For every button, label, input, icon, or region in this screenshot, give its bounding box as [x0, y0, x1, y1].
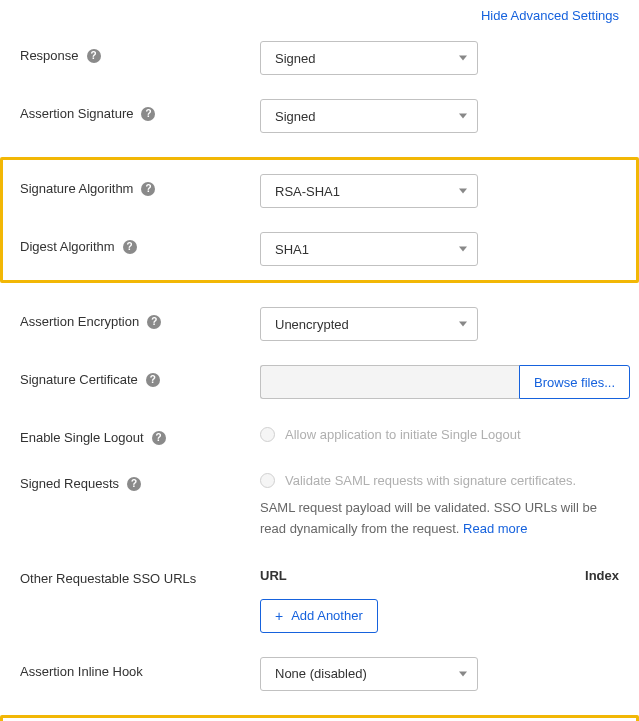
help-icon[interactable]: ? [147, 315, 161, 329]
read-more-link[interactable]: Read more [463, 521, 527, 536]
other-sso-urls-label: Other Requestable SSO URLs [20, 564, 260, 586]
digest-algorithm-label: Digest Algorithm ? [20, 232, 260, 254]
chevron-down-icon [459, 671, 467, 676]
help-icon[interactable]: ? [123, 240, 137, 254]
help-icon[interactable]: ? [127, 477, 141, 491]
checkbox-label: Validate SAML requests with signature ce… [285, 473, 576, 488]
response-select[interactable]: Signed [260, 41, 478, 75]
auth-context-highlight-box: Authentication context class ? X.509 Cer… [0, 715, 639, 721]
response-label: Response ? [20, 41, 260, 63]
digest-algorithm-row: Digest Algorithm ? SHA1 [20, 232, 619, 266]
signed-requests-helper: SAML request payload will be validated. … [260, 498, 619, 540]
assertion-inline-hook-row: Assertion Inline Hook None (disabled) [20, 657, 619, 691]
signature-algorithm-label: Signature Algorithm ? [20, 174, 260, 196]
chevron-down-icon [459, 322, 467, 327]
help-icon[interactable]: ? [146, 373, 160, 387]
signature-algorithm-select[interactable]: RSA-SHA1 [260, 174, 478, 208]
chevron-down-icon [459, 189, 467, 194]
url-column-header: URL [260, 568, 585, 583]
signature-certificate-label: Signature Certificate ? [20, 365, 260, 387]
assertion-signature-label: Assertion Signature ? [20, 99, 260, 121]
assertion-inline-hook-label: Assertion Inline Hook [20, 657, 260, 679]
assertion-signature-row: Assertion Signature ? Signed [20, 99, 619, 133]
signed-requests-checkbox[interactable] [260, 473, 275, 488]
signed-requests-row: Signed Requests ? Validate SAML requests… [20, 469, 619, 540]
help-icon[interactable]: ? [152, 431, 166, 445]
digest-algorithm-select[interactable]: SHA1 [260, 232, 478, 266]
url-table-header: URL Index [260, 564, 619, 583]
assertion-signature-select[interactable]: Signed [260, 99, 478, 133]
hide-advanced-settings-link[interactable]: Hide Advanced Settings [481, 8, 619, 23]
signed-requests-label: Signed Requests ? [20, 469, 260, 491]
plus-icon: + [275, 608, 283, 624]
help-icon[interactable]: ? [141, 182, 155, 196]
enable-single-logout-checkbox[interactable] [260, 427, 275, 442]
signature-certificate-input: Browse files... [260, 365, 630, 399]
assertion-encryption-select[interactable]: Unencrypted [260, 307, 478, 341]
chevron-down-icon [459, 56, 467, 61]
algorithm-highlight-box: Signature Algorithm ? RSA-SHA1 Digest Al… [0, 157, 639, 283]
add-another-button[interactable]: + Add Another [260, 599, 378, 633]
assertion-inline-hook-select[interactable]: None (disabled) [260, 657, 478, 691]
index-column-header: Index [585, 568, 619, 583]
signature-certificate-row: Signature Certificate ? Browse files... [20, 365, 619, 399]
signature-algorithm-row: Signature Algorithm ? RSA-SHA1 [20, 174, 619, 208]
assertion-encryption-row: Assertion Encryption ? Unencrypted [20, 307, 619, 341]
enable-single-logout-row: Enable Single Logout ? Allow application… [20, 423, 619, 445]
enable-single-logout-label: Enable Single Logout ? [20, 423, 260, 445]
response-row: Response ? Signed [20, 41, 619, 75]
chevron-down-icon [459, 114, 467, 119]
chevron-down-icon [459, 247, 467, 252]
browse-files-button[interactable]: Browse files... [519, 365, 630, 399]
other-sso-urls-row: Other Requestable SSO URLs URL Index + A… [20, 564, 619, 633]
help-icon[interactable]: ? [141, 107, 155, 121]
file-display [260, 365, 519, 399]
help-icon[interactable]: ? [87, 49, 101, 63]
assertion-encryption-label: Assertion Encryption ? [20, 307, 260, 329]
checkbox-label: Allow application to initiate Single Log… [285, 427, 521, 442]
